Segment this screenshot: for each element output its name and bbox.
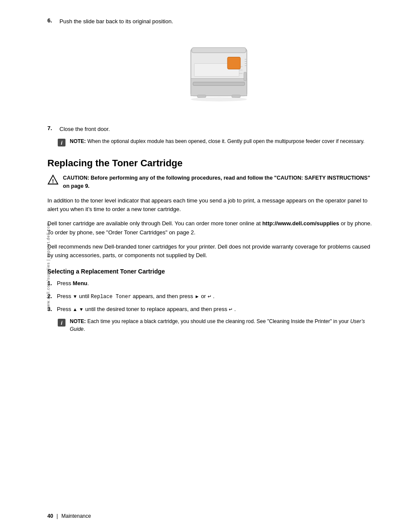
substep-1-content: Press Menu. <box>57 279 377 288</box>
footer-content: 40 | Maintenance <box>47 513 91 519</box>
down-arrow-icon-3: ▼ <box>79 306 84 313</box>
body-paragraph-1: In addition to the toner level indicator… <box>47 196 377 215</box>
svg-rect-14 <box>197 95 206 97</box>
svg-rect-1 <box>191 78 247 96</box>
step-6-number: 6. <box>47 17 57 24</box>
svg-rect-2 <box>193 82 245 85</box>
substep-3-middle: until the desired toner to replace appea… <box>84 306 229 312</box>
svg-point-16 <box>191 97 247 101</box>
note-icon-1: i <box>57 138 66 147</box>
substep-2-after-mono: appears, and then press <box>131 293 194 299</box>
substep-1-prefix: Press <box>57 280 73 286</box>
footer-separator: | <box>56 513 58 519</box>
substep-3-suffix: . <box>233 306 236 312</box>
substep-3: Press ▲ ▼ until the desired toner to rep… <box>47 305 377 314</box>
substep-2-mono: Replace Toner <box>91 294 131 300</box>
svg-text:!: ! <box>52 178 54 184</box>
step-7-number: 7. <box>47 125 57 131</box>
step-6-block: 6. Push the slide bar back to its origin… <box>47 17 377 26</box>
substep-1-suffix: . <box>87 280 89 286</box>
note-2-label: NOTE: <box>70 318 86 324</box>
caution-icon: ! <box>47 174 59 186</box>
note-2-block: i NOTE: Each time you replace a black ca… <box>57 317 377 333</box>
right-arrow-icon-2: ► <box>195 293 199 300</box>
note-2-suffix: . <box>84 326 85 332</box>
enter-icon-3: ↵ <box>229 306 233 313</box>
page-footer: 40 | Maintenance <box>47 513 91 519</box>
substep-2-suffix: . <box>212 293 215 299</box>
footer-page-number: 40 <box>47 513 53 519</box>
substep-2: Press ▼ until Replace Toner appears, and… <box>47 292 377 301</box>
section-title: Replacing the Toner Cartridge <box>47 158 377 169</box>
page-container: www.dell.com/supplies | support.dell.com… <box>0 0 411 532</box>
substep-1-bold: Menu <box>73 280 87 286</box>
side-text: www.dell.com/supplies | support.dell.com <box>46 222 50 310</box>
body2-part1: Dell toner cartridge are available only … <box>47 220 262 227</box>
caution-block: ! CAUTION: Before performing any of the … <box>47 174 377 190</box>
step-7-block: 7. Close the front door. <box>47 125 377 134</box>
svg-rect-3 <box>192 47 246 53</box>
svg-rect-15 <box>232 95 240 97</box>
svg-rect-8 <box>227 57 240 69</box>
step-7-text: Close the front door. <box>59 125 110 134</box>
body-paragraph-2: Dell toner cartridge are available only … <box>47 219 377 237</box>
printer-image <box>57 34 377 112</box>
note-1-label: NOTE: <box>70 138 86 144</box>
caution-text: CAUTION: Before performing any of the fo… <box>63 174 377 190</box>
step-6-text: Push the slide bar back to its original … <box>59 17 173 26</box>
substep-2-or: or <box>199 293 208 299</box>
caution-detail: Before performing any of the following p… <box>63 175 370 189</box>
up-arrow-icon-3: ▲ <box>73 306 78 313</box>
substep-1: Press Menu. <box>47 279 377 288</box>
down-arrow-icon-2: ▼ <box>73 293 78 300</box>
printer-illustration <box>169 34 264 112</box>
note-icon-2: i <box>57 318 66 327</box>
body2-link[interactable]: http://www.dell.com/supplies <box>262 220 339 227</box>
footer-section-label: Maintenance <box>61 513 91 519</box>
note-1-text: NOTE: When the optional duplex module ha… <box>70 137 364 145</box>
enter-icon-2: ↵ <box>208 293 212 300</box>
caution-label: CAUTION: <box>63 175 89 181</box>
note-1-block: i NOTE: When the optional duplex module … <box>57 137 377 147</box>
replacement-steps: Press Menu. Press ▼ until Replace Toner … <box>47 279 377 313</box>
svg-text:i: i <box>61 320 62 326</box>
substep-2-middle: until <box>78 293 91 299</box>
substep-3-content: Press ▲ ▼ until the desired toner to rep… <box>57 305 377 314</box>
note-2-text: NOTE: Each time you replace a black cart… <box>70 317 377 333</box>
subsection-title: Selecting a Replacement Toner Cartridge <box>47 268 377 275</box>
substep-2-content: Press ▼ until Replace Toner appears, and… <box>57 292 377 301</box>
svg-text:i: i <box>61 140 62 146</box>
svg-rect-9 <box>244 72 246 81</box>
substep-3-prefix: Press <box>57 306 73 312</box>
body-paragraph-3: Dell recommends new Dell-branded toner c… <box>47 243 377 261</box>
substep-2-prefix: Press <box>57 293 73 299</box>
